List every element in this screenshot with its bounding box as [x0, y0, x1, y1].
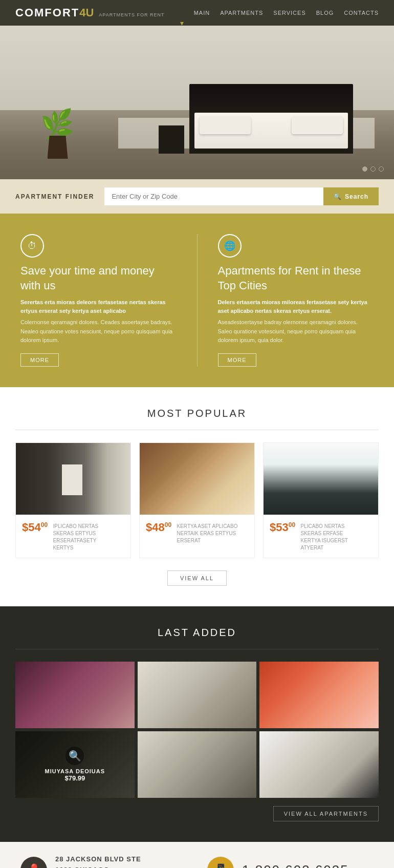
carousel-dot-2[interactable] [370, 166, 376, 172]
gallery-img-5 [138, 731, 257, 798]
gallery-overlay-4: 🔍 MIUYASA DEOIUAS $79.99 [15, 731, 135, 798]
search-input[interactable] [104, 187, 323, 205]
property-card-1[interactable]: $5400 IPLICABO NERTAS SKERAS ERTYUS ERSE… [15, 442, 131, 558]
property-price-2: $4800 [146, 521, 171, 534]
search-button-label: Search [345, 193, 368, 200]
info-divider [197, 234, 198, 367]
search-bar-label: APARTMENT FINDER [15, 193, 94, 200]
most-popular-divider [15, 430, 379, 430]
search-icon: 🔍 [334, 193, 342, 200]
logo-tagline: APARTMENTS FOR RENT [99, 12, 164, 17]
info-bold-right: Delers ertaserta mioras miloreas fertase… [218, 298, 374, 315]
phone-icon: 📱 [207, 857, 234, 868]
carousel-dot-3[interactable] [379, 166, 384, 172]
contact-address-text: 28 JACKSON BLVD STE 1020 CHICAGO IL 6060… [55, 854, 141, 868]
last-added-divider [15, 649, 379, 649]
gallery-img-2 [138, 662, 257, 728]
gallery-img-6 [259, 731, 379, 798]
nav-item-apartments[interactable]: APARTMENTS [220, 10, 263, 16]
contact-address-col: 📍 28 JACKSON BLVD STE 1020 CHICAGO IL 60… [20, 854, 187, 868]
gallery-item-6[interactable] [259, 731, 379, 798]
view-all-button[interactable]: VIEW ALL [167, 570, 227, 586]
nav-item-blog[interactable]: BLOG [316, 10, 334, 16]
property-img-1 [16, 443, 130, 515]
hero-carousel-dots[interactable] [362, 166, 384, 172]
hero-section: 🌿 [0, 26, 394, 179]
logo: COMFORT 4U APARTMENTS FOR RENT [15, 6, 165, 19]
info-text-left: Colernonse qeramagni dolores. Ceades aso… [20, 318, 177, 345]
nav-item-main[interactable]: MAIN [194, 10, 210, 16]
view-all-apartments-button[interactable]: VIEW ALL APARTMENTS [273, 806, 379, 821]
property-info-1: $5400 IPLICABO NERTAS SKERAS ERTYUS ERSE… [16, 515, 130, 558]
property-img-3 [264, 443, 378, 515]
gallery-img-3 [259, 662, 379, 728]
info-title-left: Save your time and money with us [20, 264, 177, 293]
gallery-item-3[interactable] [259, 662, 379, 728]
gallery-overlay-name: MIUYASA DEOIUAS [45, 768, 105, 774]
info-text-right: Aseadestoertayse badray olernonse qerama… [218, 318, 374, 345]
gallery-img-1 [15, 662, 135, 728]
search-button[interactable]: 🔍 Search [323, 187, 379, 205]
info-bold-left: Serertas erta mioras deleors fertasetase… [20, 298, 177, 315]
zoom-icon: 🔍 [65, 747, 84, 765]
property-card-2[interactable]: $4800 KERTYA ASET APLICABO NERTAIK ERAS … [139, 442, 255, 558]
property-info-2: $4800 KERTYA ASET APLICABO NERTAIK ERAS … [140, 515, 254, 551]
main-nav: ▾ MAIN APARTMENTS SERVICES BLOG CONTACTS [180, 10, 379, 16]
property-price-1: $5400 [22, 521, 48, 534]
gallery-item-1[interactable] [15, 662, 135, 728]
info-col-right: 🌐 Apartments for Rent in these Top Citie… [218, 234, 374, 367]
time-icon: ⏱ [20, 234, 44, 258]
hero-plant: 🌿 [41, 109, 74, 159]
info-col-left: ⏱ Save your time and money with us Serer… [20, 234, 177, 367]
property-card-3[interactable]: $5300 PLICABO NERTAS SKERAS ERFASE KERTY… [263, 442, 379, 558]
gallery-item-4[interactable]: 🔍 MIUYASA DEOIUAS $79.99 [15, 731, 135, 798]
gallery-overlay-price: $79.99 [64, 774, 85, 782]
logo-accent: 4U [79, 6, 94, 19]
property-info-3: $5300 PLICABO NERTAS SKERAS ERFASE KERTY… [264, 515, 378, 558]
logo-comfort: COMFORT [15, 6, 79, 19]
last-added-section: LAST ADDED 🔍 MIUYASA DEOIUAS $79.99 VIEW [0, 606, 394, 842]
property-desc-2: KERTYA ASET APLICABO NERTAIK ERAS ERTYUS… [177, 523, 238, 544]
property-img-2 [140, 443, 254, 515]
info-section: ⏱ Save your time and money with us Serer… [0, 214, 394, 387]
location-icon: 📍 [20, 857, 47, 868]
property-grid: $5400 IPLICABO NERTAS SKERAS ERTYUS ERSE… [15, 442, 379, 558]
search-bar: APARTMENT FINDER 🔍 Search [0, 179, 394, 214]
property-desc-3: PLICABO NERTAS SKERAS ERFASE KERTYA ISUG… [301, 523, 362, 552]
most-popular-title: MOST POPULAR [15, 408, 379, 419]
info-more-right[interactable]: MORE [218, 353, 256, 367]
carousel-dot-1[interactable] [362, 166, 367, 172]
gallery-item-5[interactable] [138, 731, 257, 798]
property-desc-1: IPLICABO NERTAS SKERAS ERTYUS ERSERATFAS… [53, 523, 115, 552]
last-added-title: LAST ADDED [15, 627, 379, 639]
contact-bar: 📍 28 JACKSON BLVD STE 1020 CHICAGO IL 60… [0, 842, 394, 868]
header: COMFORT 4U APARTMENTS FOR RENT ▾ MAIN AP… [0, 0, 394, 26]
search-input-wrapper: 🔍 Search [104, 187, 379, 205]
contact-phone-col: 📱 1 800 603 6035 [207, 857, 374, 868]
contact-phone-number: 1 800 603 6035 [242, 862, 349, 868]
info-title-right: Apartments for Rent in these Top Cities [218, 264, 374, 293]
info-more-left[interactable]: MORE [20, 353, 59, 367]
nav-item-contacts[interactable]: CONTACTS [344, 10, 379, 16]
globe-icon: 🌐 [218, 234, 242, 258]
gallery-grid: 🔍 MIUYASA DEOIUAS $79.99 [15, 662, 379, 798]
property-price-3: $5300 [270, 521, 295, 534]
nav-item-services[interactable]: SERVICES [273, 10, 305, 16]
most-popular-section: MOST POPULAR $5400 IPLICABO NERTAS SKERA… [0, 387, 394, 606]
gallery-item-2[interactable] [138, 662, 257, 728]
